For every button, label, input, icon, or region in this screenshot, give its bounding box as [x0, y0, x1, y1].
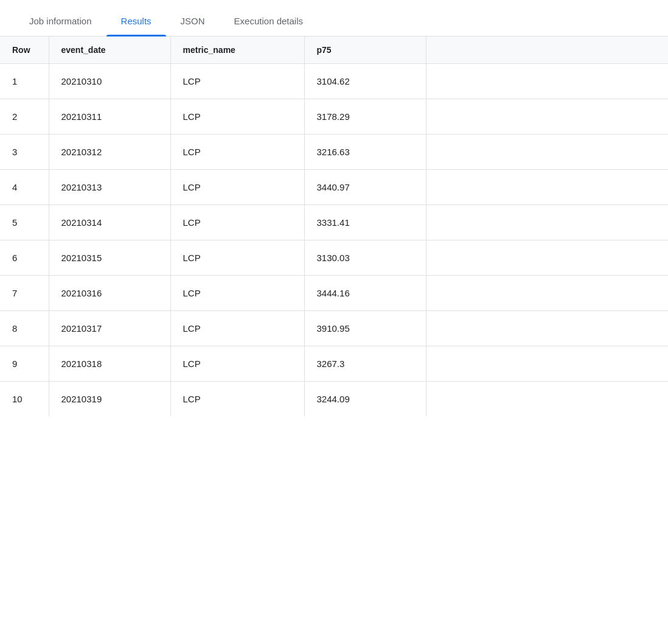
col-header-row: Row: [0, 37, 49, 64]
cell-event-date-5: 20210315: [49, 240, 170, 276]
tab-json-label: JSON: [181, 16, 205, 26]
cell-p75-6: 3444.16: [304, 276, 426, 311]
table-row: 920210318LCP3267.3: [0, 346, 668, 382]
tab-json[interactable]: JSON: [166, 6, 220, 36]
cell-p75-7: 3910.95: [304, 311, 426, 346]
cell-extra-6: [426, 276, 668, 311]
cell-metric-name-0: LCP: [170, 64, 304, 99]
cell-row-4: 5: [0, 205, 49, 240]
cell-extra-9: [426, 382, 668, 417]
cell-metric-name-7: LCP: [170, 311, 304, 346]
cell-p75-2: 3216.63: [304, 135, 426, 170]
cell-extra-1: [426, 99, 668, 135]
cell-event-date-4: 20210314: [49, 205, 170, 240]
cell-event-date-0: 20210310: [49, 64, 170, 99]
col-header-metric-name: metric_name: [170, 37, 304, 64]
cell-event-date-6: 20210316: [49, 276, 170, 311]
cell-row-6: 7: [0, 276, 49, 311]
cell-row-2: 3: [0, 135, 49, 170]
tab-results[interactable]: Results: [106, 6, 166, 36]
table-row: 220210311LCP3178.29: [0, 99, 668, 135]
cell-metric-name-1: LCP: [170, 99, 304, 135]
cell-extra-4: [426, 205, 668, 240]
col-header-event-date: event_date: [49, 37, 170, 64]
cell-event-date-2: 20210312: [49, 135, 170, 170]
table-row: 320210312LCP3216.63: [0, 135, 668, 170]
cell-row-5: 6: [0, 240, 49, 276]
table-header-row: Row event_date metric_name p75: [0, 37, 668, 64]
cell-p75-9: 3244.09: [304, 382, 426, 417]
cell-event-date-9: 20210319: [49, 382, 170, 417]
col-header-p75: p75: [304, 37, 426, 64]
cell-p75-4: 3331.41: [304, 205, 426, 240]
cell-metric-name-6: LCP: [170, 276, 304, 311]
table-row: 820210317LCP3910.95: [0, 311, 668, 346]
tabs-bar: Job information Results JSON Execution d…: [0, 0, 668, 37]
tab-results-label: Results: [121, 16, 151, 26]
cell-p75-5: 3130.03: [304, 240, 426, 276]
cell-event-date-8: 20210318: [49, 346, 170, 382]
cell-event-date-1: 20210311: [49, 99, 170, 135]
cell-row-9: 10: [0, 382, 49, 417]
cell-p75-1: 3178.29: [304, 99, 426, 135]
cell-row-0: 1: [0, 64, 49, 99]
tab-execution-details-label: Execution details: [234, 16, 303, 26]
cell-metric-name-2: LCP: [170, 135, 304, 170]
cell-metric-name-8: LCP: [170, 346, 304, 382]
table-row: 520210314LCP3331.41: [0, 205, 668, 240]
cell-extra-3: [426, 170, 668, 205]
cell-metric-name-4: LCP: [170, 205, 304, 240]
table-row: 620210315LCP3130.03: [0, 240, 668, 276]
cell-extra-8: [426, 346, 668, 382]
cell-extra-0: [426, 64, 668, 99]
cell-row-7: 8: [0, 311, 49, 346]
table-row: 720210316LCP3444.16: [0, 276, 668, 311]
cell-extra-2: [426, 135, 668, 170]
table-container: Row event_date metric_name p75 120210310…: [0, 37, 668, 416]
cell-p75-0: 3104.62: [304, 64, 426, 99]
cell-event-date-3: 20210313: [49, 170, 170, 205]
tab-job-information-label: Job information: [29, 16, 92, 26]
cell-row-8: 9: [0, 346, 49, 382]
cell-event-date-7: 20210317: [49, 311, 170, 346]
cell-row-3: 4: [0, 170, 49, 205]
table-row: 120210310LCP3104.62: [0, 64, 668, 99]
tab-job-information[interactable]: Job information: [15, 6, 106, 36]
table-row: 1020210319LCP3244.09: [0, 382, 668, 417]
tab-execution-details[interactable]: Execution details: [220, 6, 318, 36]
cell-metric-name-9: LCP: [170, 382, 304, 417]
cell-row-1: 2: [0, 99, 49, 135]
col-header-extra: [426, 37, 668, 64]
cell-extra-5: [426, 240, 668, 276]
results-table: Row event_date metric_name p75 120210310…: [0, 37, 668, 416]
table-row: 420210313LCP3440.97: [0, 170, 668, 205]
cell-metric-name-3: LCP: [170, 170, 304, 205]
cell-p75-8: 3267.3: [304, 346, 426, 382]
cell-extra-7: [426, 311, 668, 346]
cell-metric-name-5: LCP: [170, 240, 304, 276]
cell-p75-3: 3440.97: [304, 170, 426, 205]
